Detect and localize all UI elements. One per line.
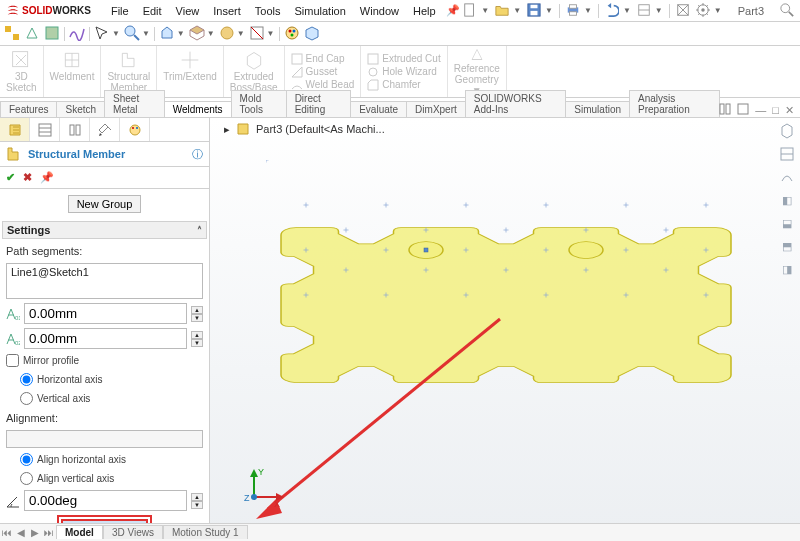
minimize-icon[interactable]: — [755, 104, 766, 116]
redo-icon[interactable] [637, 3, 651, 19]
fm-tab-feature-tree[interactable] [0, 118, 30, 141]
hud-icon[interactable]: ◧ [778, 191, 796, 209]
qa-view-icon[interactable] [159, 25, 175, 43]
menu-simulation[interactable]: Simulation [288, 3, 351, 19]
view-triad[interactable]: Y X Z [244, 465, 286, 509]
btab-3d-views[interactable]: 3D Views [103, 525, 163, 539]
new-icon[interactable] [463, 3, 477, 19]
qa-display-icon[interactable] [189, 25, 205, 43]
tab-sketch[interactable]: Sketch [56, 101, 105, 117]
heads-up-toolbar: ◧ ⬓ ⬒ ◨ [778, 122, 796, 278]
btab-prev-icon[interactable]: ◀ [14, 527, 28, 538]
dim1-spinner[interactable]: ▲▼ [191, 306, 203, 322]
qa-icon[interactable] [44, 25, 60, 43]
menu-file[interactable]: File [105, 3, 135, 19]
tab-direct-editing[interactable]: Direct Editing [286, 90, 352, 117]
horizontal-axis-radio[interactable]: Horizontal axis [2, 372, 207, 387]
tab-analysis-prep[interactable]: Analysis Preparation [629, 90, 720, 117]
hud-icon[interactable] [778, 168, 796, 186]
tab-mold-tools[interactable]: Mold Tools [231, 90, 287, 117]
ribbon-chamfer[interactable]: Chamfer [367, 79, 440, 91]
ribbon-weldment[interactable]: Weldment [44, 46, 102, 97]
qa-box-icon[interactable] [304, 25, 320, 43]
vertical-axis-radio[interactable]: Vertical axis [2, 391, 207, 406]
maximize-icon[interactable]: □ [772, 104, 779, 116]
btab-next-icon[interactable]: ▶ [28, 527, 42, 538]
qa-section-icon[interactable] [249, 25, 265, 43]
hud-icon[interactable] [778, 145, 796, 163]
pm-cancel-button[interactable]: ✖ [23, 171, 32, 184]
graphics-view[interactable]: ▸ Part3 (Default<As Machi... [210, 118, 800, 539]
print-icon[interactable] [566, 3, 580, 19]
rebuild-icon[interactable] [676, 3, 690, 19]
hud-icon[interactable]: ◨ [778, 260, 796, 278]
fm-tab-property[interactable] [30, 118, 60, 141]
align-horizontal-radio[interactable]: Align horizontal axis [2, 452, 207, 467]
tab-sheet-metal[interactable]: Sheet Metal [104, 90, 165, 117]
path-segments-input[interactable]: Line1@Sketch1 [6, 263, 203, 299]
title-bar: SOLIDWORKS File Edit View Insert Tools S… [0, 0, 800, 22]
undo-icon[interactable] [605, 3, 619, 19]
align-vertical-radio[interactable]: Align vertical axis [2, 471, 207, 486]
breadcrumb[interactable]: ▸ Part3 (Default<As Machi... [224, 122, 385, 136]
menu-tools[interactable]: Tools [249, 3, 287, 19]
ribbon-3d-sketch[interactable]: 3DSketch [0, 46, 44, 97]
ribbon-end-cap[interactable]: End Cap [291, 53, 355, 65]
qa-icon[interactable] [4, 25, 20, 43]
mirror-profile-checkbox[interactable]: Mirror profile [2, 353, 207, 368]
pin-icon[interactable]: 📌 [446, 4, 460, 17]
angle-input[interactable] [24, 490, 187, 511]
fm-tab-config[interactable] [60, 118, 90, 141]
open-icon[interactable] [495, 3, 509, 19]
pm-pushpin-icon[interactable]: 📌 [40, 171, 54, 184]
qa-spline-icon[interactable] [69, 25, 85, 43]
hud-icon[interactable]: ⬓ [778, 214, 796, 232]
dim2-spinner[interactable]: ▲▼ [191, 331, 203, 347]
dim1-input[interactable] [24, 303, 187, 324]
qa-appearance-icon[interactable] [284, 25, 300, 43]
tab-weldments[interactable]: Weldments [164, 101, 232, 117]
qa-scene-icon[interactable] [219, 25, 235, 43]
menu-help[interactable]: Help [407, 3, 442, 19]
ribbon-weld-bead[interactable]: Weld Bead [291, 79, 355, 91]
tabs-right-icon[interactable] [719, 103, 731, 117]
menu-view[interactable]: View [170, 3, 206, 19]
options-icon[interactable] [696, 3, 710, 19]
ribbon-trim-extend[interactable]: Trim/Extend [157, 46, 224, 97]
btab-last-icon[interactable]: ⏭ [42, 527, 56, 538]
ribbon-gusset[interactable]: Gusset [291, 66, 355, 78]
angle-spinner[interactable]: ▲▼ [191, 493, 203, 509]
qa-magnify-icon[interactable] [124, 25, 140, 43]
tab-evaluate[interactable]: Evaluate [350, 101, 407, 117]
menu-edit[interactable]: Edit [137, 3, 168, 19]
menu-insert[interactable]: Insert [207, 3, 247, 19]
search-icon[interactable] [780, 3, 794, 19]
tab-dimxpert[interactable]: DimXpert [406, 101, 466, 117]
pm-ok-button[interactable]: ✔ [6, 171, 15, 184]
tab-features[interactable]: Features [0, 101, 57, 117]
new-group-button[interactable]: New Group [68, 195, 142, 213]
hud-icon[interactable]: ⬒ [778, 237, 796, 255]
ribbon-extruded-cut[interactable]: Extruded Cut [367, 53, 440, 65]
svg-point-21 [286, 27, 298, 39]
fm-tab-dimxpert[interactable] [90, 118, 120, 141]
qa-select-icon[interactable] [94, 25, 110, 43]
fm-tab-display[interactable] [120, 118, 150, 141]
tab-simulation[interactable]: Simulation [565, 101, 630, 117]
tabs-right-icon[interactable] [737, 103, 749, 117]
settings-group-header[interactable]: Settings˄ [2, 221, 207, 239]
dim2-input[interactable] [24, 328, 187, 349]
tab-sw-addins[interactable]: SOLIDWORKS Add-Ins [465, 90, 567, 117]
pm-help-icon[interactable]: ⓘ [192, 147, 203, 162]
alignment-select[interactable] [6, 430, 203, 448]
menu-window[interactable]: Window [354, 3, 405, 19]
close-icon[interactable]: ✕ [785, 104, 794, 117]
btab-first-icon[interactable]: ⏮ [0, 527, 14, 538]
save-icon[interactable] [527, 3, 541, 19]
ribbon-hole-wizard[interactable]: Hole Wizard [367, 66, 440, 78]
btab-motion-study[interactable]: Motion Study 1 [163, 525, 248, 539]
hud-icon[interactable] [778, 122, 796, 140]
qa-icon[interactable] [24, 25, 40, 43]
btab-model[interactable]: Model [56, 525, 103, 539]
svg-text:X: X [274, 499, 280, 507]
